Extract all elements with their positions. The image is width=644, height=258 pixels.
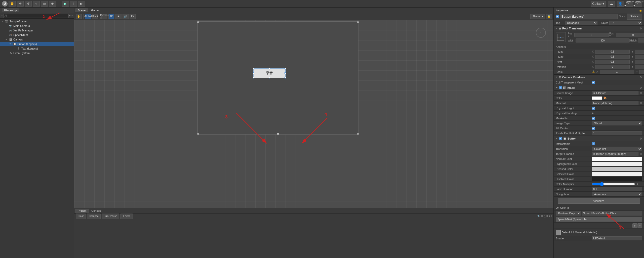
anchors-max-y[interactable]	[635, 55, 644, 59]
add-onclick-btn[interactable]: +	[632, 223, 637, 228]
hand-scene-btn[interactable]: ✋	[76, 14, 82, 19]
tree-item-button[interactable]: ▼ 🔲 Button (Legacy)	[0, 42, 74, 46]
tree-item-xunfeimanager[interactable]: 🎮 XunFeiManager	[0, 28, 74, 33]
handle-bm[interactable]	[269, 77, 270, 78]
fx-btn[interactable]: FX	[130, 14, 136, 19]
handle-tr[interactable]	[285, 68, 286, 69]
pos-y-field[interactable]	[616, 33, 644, 37]
raycast-target-checkbox[interactable]	[592, 107, 595, 110]
target-graphic-picker[interactable]: ⊙	[640, 152, 642, 155]
anchors-max-x[interactable]	[595, 55, 630, 59]
scene-lock-btn[interactable]: 🔒	[546, 14, 552, 19]
transform-tool[interactable]: ⊕	[49, 1, 56, 7]
account-button[interactable]: 👤	[617, 1, 624, 7]
audio-btn[interactable]: 🔊	[123, 14, 129, 19]
rot-x[interactable]	[595, 65, 630, 69]
button-gear[interactable]: ⚙	[639, 137, 642, 140]
fade-duration-field[interactable]	[592, 187, 642, 191]
rotate-tool[interactable]: ↺	[25, 1, 32, 7]
function-field[interactable]	[582, 211, 642, 216]
cull-checkbox[interactable]	[592, 81, 595, 84]
color-multiplier-slider[interactable]	[592, 182, 635, 186]
layer-select[interactable]: UI	[609, 21, 642, 25]
handle-bl[interactable]	[253, 77, 254, 78]
image-color-swatch[interactable]	[592, 96, 602, 100]
editor-btn[interactable]: Editor	[120, 213, 133, 219]
gizmos-btn[interactable]: Gizmos ▾	[101, 14, 107, 19]
visualize-button[interactable]: Visualize	[558, 198, 640, 204]
pivot-toggle[interactable]: Pivot	[92, 14, 98, 19]
image-active-checkbox[interactable]	[559, 86, 562, 89]
clear-btn[interactable]: Clear	[76, 213, 86, 219]
anchor-preset-btn[interactable]	[556, 32, 566, 42]
scale-tool[interactable]: ⤡	[33, 1, 40, 7]
button-section-header[interactable]: ▼ 🔲 Button ⚙	[554, 136, 644, 141]
hierarchy-search-input[interactable]	[3, 14, 69, 18]
hierarchy-tab[interactable]: Hierarchy	[2, 8, 19, 12]
console-tab[interactable]: Console	[89, 209, 104, 213]
error-pause-btn[interactable]: Error Pause	[102, 213, 119, 219]
lighting-btn[interactable]: ☀	[115, 14, 122, 19]
static-toggle[interactable]: Static ▾	[627, 14, 642, 20]
pos-x-field[interactable]	[574, 33, 609, 37]
view-options-btn[interactable]: Shaded ▾	[530, 14, 545, 19]
anchors-min-x[interactable]	[595, 50, 630, 54]
step-button[interactable]: ⏭	[78, 1, 85, 7]
source-image-picker[interactable]: ⊙	[640, 92, 642, 94]
tag-select[interactable]: Untagged	[565, 21, 597, 25]
rect-transform-gear[interactable]: ⚙	[639, 27, 642, 30]
onclick-obj-field[interactable]: SpeechTest (Speech Te…	[556, 217, 642, 222]
raycast-padding-arrow[interactable]: ▶	[592, 112, 594, 114]
navigation-select[interactable]: Automatic	[592, 192, 642, 196]
image-color-picker[interactable]: 🎨	[603, 97, 607, 99]
button-active-checkbox[interactable]	[559, 137, 562, 140]
cloud-button[interactable]: ☁	[608, 1, 615, 7]
interactable-checkbox[interactable]	[592, 142, 595, 145]
inspector-lock-btn[interactable]: 🔒	[639, 9, 642, 12]
height-field[interactable]	[638, 38, 644, 42]
tree-item-text[interactable]: T Text (Legacy)	[0, 46, 74, 51]
global-toggle[interactable]: Global	[85, 14, 91, 19]
rot-y[interactable]	[635, 65, 644, 69]
canvas-renderer-section[interactable]: ▼ ⊞ Canvas Renderer ⚙	[554, 74, 644, 80]
disabled-color-swatch[interactable]	[592, 177, 642, 181]
pressed-color-swatch[interactable]	[592, 167, 642, 171]
scene-tab[interactable]: Scene	[75, 8, 88, 12]
remove-onclick-btn[interactable]: −	[637, 223, 642, 228]
scale-y[interactable]	[639, 70, 644, 74]
handle-mr[interactable]	[285, 72, 286, 74]
anchors-min-y[interactable]	[635, 50, 644, 54]
game-tab[interactable]: Game	[89, 8, 101, 12]
tree-item-maincamera[interactable]: 📷 Main Camera	[0, 24, 74, 28]
pixels-per-unit-field[interactable]	[592, 131, 642, 135]
fill-center-checkbox[interactable]	[592, 127, 595, 130]
2d-btn[interactable]: 2D	[108, 14, 114, 19]
maskable-checkbox[interactable]	[592, 117, 595, 120]
layers-button[interactable]: Layers ▾	[626, 1, 633, 7]
collapse-btn[interactable]: Collapse	[87, 213, 101, 219]
image-section-header[interactable]: ▼ 🖼 Image ⚙	[554, 85, 644, 91]
play-button[interactable]: ▶	[62, 1, 69, 7]
width-field[interactable]	[576, 38, 630, 42]
layout-button[interactable]: Layout ▾	[635, 1, 642, 7]
project-tab[interactable]: Project	[75, 209, 89, 213]
hand-tool[interactable]: ✋	[9, 1, 16, 7]
tree-item-canvas[interactable]: ▼ 🖼 Canvas	[0, 37, 74, 42]
pause-button[interactable]: ⏸	[70, 1, 77, 7]
handle-tm[interactable]	[269, 68, 270, 69]
hierarchy-plus-btn[interactable]: +	[1, 14, 3, 18]
transition-select[interactable]: Color Tint	[592, 147, 642, 151]
hierarchy-sort-btn[interactable]: ≡	[71, 14, 73, 17]
component-active-checkbox[interactable]	[556, 15, 559, 18]
image-gear[interactable]: ⚙	[639, 86, 642, 90]
pivot-x[interactable]	[595, 60, 630, 64]
handle-tl[interactable]	[253, 68, 254, 69]
pivot-y[interactable]	[635, 60, 644, 64]
rect-transform-section-header[interactable]: ▼ ⊞ Rect Transform ⚙	[554, 26, 644, 31]
tree-item-eventsystem[interactable]: ⚙ EventSystem	[0, 51, 74, 55]
component-name-field[interactable]	[560, 14, 618, 19]
collab-button[interactable]: Collab ▾	[591, 1, 606, 7]
selected-color-swatch[interactable]	[592, 172, 642, 176]
handle-ml[interactable]	[253, 72, 254, 74]
handle-br[interactable]	[285, 77, 286, 78]
